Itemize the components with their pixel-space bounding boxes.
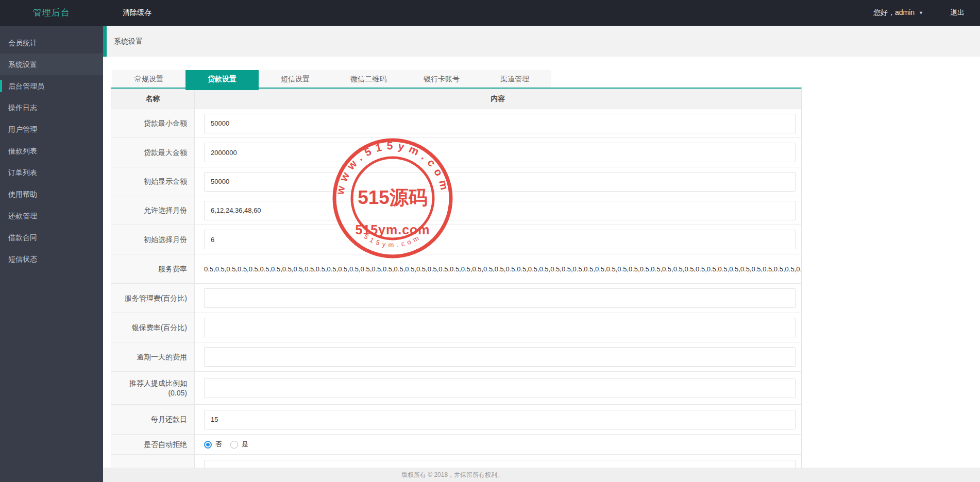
setting-value-cell	[195, 167, 801, 196]
setting-label: 贷款最小金额	[111, 109, 195, 137]
setting-value-cell	[195, 196, 801, 225]
main-area: 系统设置 常规设置贷款设置短信设置微信二维码银行卡账号渠道管理 名称 内容 贷款…	[103, 26, 980, 482]
setting-value-cell	[195, 313, 801, 342]
setting-input[interactable]	[204, 460, 796, 468]
sidebar-item[interactable]: 系统设置	[0, 54, 103, 75]
tab[interactable]: 银行卡账号	[405, 70, 478, 88]
tab[interactable]: 渠道管理	[478, 70, 551, 88]
setting-value-cell	[195, 342, 801, 371]
header-content-cell: 内容	[195, 89, 801, 109]
table-header-row: 名称 内容	[111, 89, 801, 109]
sidebar-item[interactable]: 还款管理	[0, 205, 103, 227]
setting-label: 初始选择月份	[111, 225, 195, 254]
tab[interactable]: 常规设置	[112, 70, 185, 88]
table-row: 推荐人提成比例如 (0.05)	[111, 372, 801, 405]
table-row: 初始显示金额	[111, 167, 801, 196]
user-menu[interactable]: 您好，admin ▼	[873, 8, 923, 18]
radio-option[interactable]	[230, 441, 238, 449]
setting-input[interactable]	[204, 230, 796, 249]
sidebar-item[interactable]: 后台管理员	[0, 75, 103, 97]
setting-label: 服务管理费(百分比)	[111, 284, 195, 313]
top-bar: 管理后台 清除缓存 您好，admin ▼ 退出	[0, 0, 980, 26]
radio-option-label: 否	[215, 440, 222, 449]
radio-option-label: 是	[242, 440, 248, 449]
setting-value-cell	[195, 225, 801, 254]
tab[interactable]: 贷款设置	[185, 70, 259, 90]
setting-label: 服务费率	[111, 254, 195, 283]
setting-value-cell: 0.5,0.5,0.5,0.5,0.5,0.5,0.5,0.5,0.5,0.5,…	[195, 254, 801, 283]
footer: 版权所有 © 2018，并保留所有权利。	[103, 468, 980, 482]
table-row: 贷款最大金额	[111, 138, 801, 167]
radio-group: 否是	[204, 440, 255, 449]
breadcrumb: 系统设置	[103, 26, 980, 57]
table-row: 初始选择月份	[111, 225, 801, 254]
setting-label	[111, 455, 195, 468]
setting-input[interactable]	[204, 378, 796, 398]
setting-value-cell	[195, 284, 801, 313]
app-logo: 管理后台	[0, 0, 103, 26]
content-panel: 常规设置贷款设置短信设置微信二维码银行卡账号渠道管理 名称 内容 贷款最小金额贷…	[103, 57, 980, 468]
tab[interactable]: 短信设置	[259, 70, 332, 88]
setting-input[interactable]	[204, 143, 796, 162]
setting-label: 推荐人提成比例如 (0.05)	[111, 372, 195, 404]
setting-value-cell	[195, 109, 801, 137]
sidebar-nav: 会员统计系统设置后台管理员操作日志用户管理借款列表订单列表使用帮助还款管理借款合…	[0, 26, 103, 270]
setting-label: 银保费率(百分比)	[111, 313, 195, 342]
setting-label: 初始显示金额	[111, 167, 195, 196]
setting-label: 逾期一天的费用	[111, 342, 195, 371]
table-row: 服务管理费(百分比)	[111, 284, 801, 313]
setting-input[interactable]	[204, 172, 796, 192]
setting-text-value: 0.5,0.5,0.5,0.5,0.5,0.5,0.5,0.5,0.5,0.5,…	[204, 265, 801, 273]
topbar-right: 您好，admin ▼ 退出	[873, 8, 980, 18]
tab[interactable]: 微信二维码	[332, 70, 405, 88]
setting-input[interactable]	[204, 288, 796, 308]
table-row: 逾期一天的费用	[111, 342, 801, 372]
setting-input[interactable]	[204, 201, 796, 220]
settings-table: 名称 内容 贷款最小金额贷款最大金额初始显示金额允许选择月份初始选择月份服务费率…	[111, 88, 802, 468]
table-row: 银保费率(百分比)	[111, 313, 801, 342]
clear-cache-button[interactable]: 清除缓存	[123, 8, 151, 18]
setting-label: 贷款最大金额	[111, 138, 195, 167]
sidebar-item[interactable]: 订单列表	[0, 162, 103, 183]
setting-input[interactable]	[204, 410, 796, 429]
sidebar-item[interactable]: 借款合同	[0, 227, 103, 248]
setting-input[interactable]	[204, 318, 796, 337]
table-row	[111, 455, 801, 468]
logout-button[interactable]: 退出	[950, 8, 965, 18]
setting-value-cell	[195, 372, 801, 404]
radio-option[interactable]	[204, 441, 212, 449]
setting-value-cell	[195, 405, 801, 434]
sidebar-item[interactable]: 操作日志	[0, 97, 103, 118]
sidebar-item[interactable]: 借款列表	[0, 140, 103, 162]
setting-label: 是否自动拒绝	[111, 435, 195, 454]
header-name-cell: 名称	[111, 89, 195, 109]
setting-value-cell: 否是	[195, 435, 801, 454]
sidebar-item[interactable]: 使用帮助	[0, 183, 103, 205]
setting-label: 每月还款日	[111, 405, 195, 434]
caret-down-icon: ▼	[919, 10, 923, 15]
setting-input[interactable]	[204, 114, 796, 133]
user-greeting: 您好，admin	[873, 8, 915, 18]
setting-label: 允许选择月份	[111, 196, 195, 225]
table-row: 服务费率0.5,0.5,0.5,0.5,0.5,0.5,0.5,0.5,0.5,…	[111, 254, 801, 284]
table-row: 贷款最小金额	[111, 109, 801, 138]
table-row: 允许选择月份	[111, 196, 801, 225]
sidebar: 会员统计系统设置后台管理员操作日志用户管理借款列表订单列表使用帮助还款管理借款合…	[0, 26, 103, 482]
sidebar-item[interactable]: 用户管理	[0, 118, 103, 140]
setting-input[interactable]	[204, 347, 796, 367]
tab-bar: 常规设置贷款设置短信设置微信二维码银行卡账号渠道管理	[112, 70, 551, 90]
copyright-text: 版权所有 © 2018，并保留所有权利。	[103, 468, 802, 482]
setting-value-cell	[195, 138, 801, 167]
setting-value-cell	[195, 455, 801, 468]
table-row: 是否自动拒绝否是	[111, 435, 801, 455]
sidebar-item[interactable]: 会员统计	[0, 32, 103, 54]
table-row: 每月还款日	[111, 405, 801, 435]
sidebar-item[interactable]: 短信状态	[0, 248, 103, 270]
